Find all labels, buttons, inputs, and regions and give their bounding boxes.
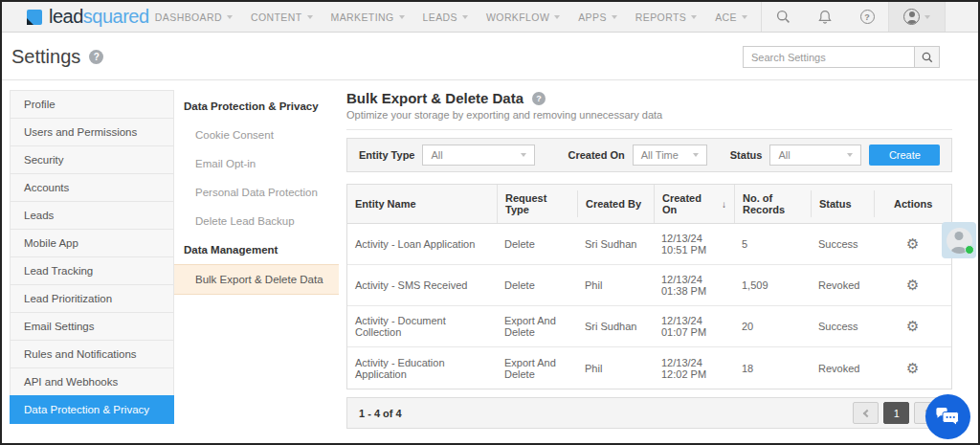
submenu-item-personal-data-protection[interactable]: Personal Data Protection: [174, 178, 339, 207]
submenu-item-email-opt-in[interactable]: Email Opt-in: [174, 149, 339, 178]
table-header-row: Entity Name Request Type Created By Crea…: [347, 185, 951, 224]
settings-help-icon[interactable]: ?: [89, 50, 103, 64]
cell-records: 5: [734, 231, 811, 257]
entity-type-select[interactable]: All: [422, 145, 535, 166]
account-icon: [903, 9, 920, 25]
nav-item-ace[interactable]: ACE: [715, 11, 747, 23]
help-button[interactable]: ?: [846, 2, 888, 32]
status-label: Status: [730, 149, 763, 161]
chevron-down-icon: [462, 15, 468, 19]
sidebar-item-lead-tracking[interactable]: Lead Tracking: [10, 256, 174, 285]
column-header-request-type[interactable]: Request Type: [497, 185, 577, 223]
previous-page-button[interactable]: [853, 402, 879, 424]
cell-entity-name: Activity - Loan Application: [347, 231, 497, 257]
nav-item-label: DASHBOARD: [155, 11, 222, 23]
chat-bubbles-icon: [936, 407, 960, 427]
content-area: Profile Users and Permissions Security A…: [2, 80, 978, 429]
column-header-status[interactable]: Status: [811, 190, 874, 217]
nav-item-label: WORKFLOW: [486, 11, 549, 23]
top-nav: leadsquared DASHBOARD CONTENT MARKETING …: [2, 2, 978, 33]
sidebar-item-mobile-app[interactable]: Mobile App: [10, 229, 174, 257]
nav-item-workflow[interactable]: WORKFLOW: [486, 11, 560, 23]
chevron-down-icon: [693, 153, 699, 157]
sidebar-item-rules-and-notifications[interactable]: Rules and Notifications: [10, 340, 174, 368]
cell-request-type: Delete: [497, 272, 577, 299]
cell-records: 20: [734, 313, 811, 340]
settings-search-input[interactable]: [743, 46, 915, 68]
cell-entity-name: Activity - Education Application: [347, 349, 497, 388]
cell-created-on: 12/13/24 01:38 PM: [654, 266, 734, 304]
support-avatar-tab[interactable]: [942, 222, 976, 258]
sidebar-item-security[interactable]: Security: [10, 145, 174, 174]
cell-created-by: Sri Sudhan: [577, 231, 654, 257]
table-row: Activity - Education Application Export …: [347, 347, 951, 389]
submenu-item-delete-lead-backup[interactable]: Delete Lead Backup: [174, 207, 339, 235]
nav-item-marketing[interactable]: MARKETING: [331, 11, 405, 23]
chevron-down-icon: [847, 153, 853, 157]
account-menu-button[interactable]: [889, 2, 945, 32]
nav-item-dashboard[interactable]: DASHBOARD: [155, 11, 233, 23]
column-header-created-on[interactable]: Created On ↓: [654, 185, 734, 223]
cell-created-on: 12/13/24 10:51 PM: [654, 225, 734, 263]
export-requests-table: Entity Name Request Type Created By Crea…: [346, 184, 952, 389]
column-header-created-by[interactable]: Created By: [577, 190, 654, 217]
bulk-export-help-icon[interactable]: ?: [532, 92, 546, 105]
table-row: Activity - Loan Application Delete Sri S…: [347, 224, 951, 265]
page-number-button[interactable]: 1: [883, 402, 909, 424]
nav-spacer: [946, 2, 978, 32]
chevron-down-icon: [612, 15, 617, 19]
cell-created-by: Phil: [577, 355, 654, 382]
status-select[interactable]: All: [769, 145, 861, 166]
entity-type-label: Entity Type: [359, 149, 414, 161]
column-header-entity-name[interactable]: Entity Name: [347, 190, 497, 217]
chevron-down-icon: [924, 15, 930, 19]
sidebar-item-leads[interactable]: Leads: [10, 201, 174, 230]
search-icon: [922, 52, 933, 63]
sidebar-item-users-and-permissions[interactable]: Users and Permissions: [10, 118, 174, 146]
sidebar-item-accounts[interactable]: Accounts: [10, 173, 174, 202]
status-value: All: [778, 149, 790, 161]
chevron-left-icon: [863, 409, 871, 416]
nav-item-content[interactable]: CONTENT: [251, 11, 313, 23]
row-actions-gear-icon[interactable]: ⚙: [906, 277, 919, 294]
column-header-records[interactable]: No. of Records: [734, 185, 811, 223]
cell-created-on: 12/13/24 12:02 PM: [654, 349, 734, 388]
bell-icon: [817, 10, 833, 25]
create-button[interactable]: Create: [869, 145, 940, 166]
created-on-value: All Time: [641, 149, 679, 161]
row-actions-gear-icon[interactable]: ⚙: [906, 235, 919, 253]
sidebar-item-lead-prioritization[interactable]: Lead Prioritization: [10, 284, 174, 313]
nav-item-label: ACE: [715, 11, 737, 23]
sidebar-item-api-and-webhooks[interactable]: API and Webhooks: [10, 367, 174, 396]
created-on-select[interactable]: All Time: [633, 145, 707, 166]
submenu-item-cookie-consent[interactable]: Cookie Consent: [174, 121, 339, 149]
pagination-summary: 1 - 4 of 4: [359, 408, 402, 419]
submenu-item-bulk-export-delete-data[interactable]: Bulk Export & Delete Data: [174, 264, 339, 295]
nav-item-leads[interactable]: LEADS: [423, 11, 468, 23]
nav-icon-group: ?: [761, 2, 978, 32]
chevron-down-icon: [307, 15, 313, 19]
logo-text-squared: squared: [83, 6, 149, 27]
row-actions-gear-icon[interactable]: ⚙: [906, 318, 919, 335]
settings-sidebar: Profile Users and Permissions Security A…: [10, 90, 174, 424]
nav-item-reports[interactable]: REPORTS: [635, 11, 697, 23]
main-title: Bulk Export & Delete Data: [346, 90, 523, 106]
page-header: Settings ?: [2, 33, 978, 80]
nav-item-apps[interactable]: APPS: [578, 11, 617, 23]
page-title: Settings: [11, 46, 80, 68]
notifications-button[interactable]: [804, 2, 846, 32]
cell-request-type: Export And Delete: [497, 307, 577, 345]
logo[interactable]: leadsquared: [27, 6, 149, 28]
submenu-header-data-protection: Data Protection & Privacy: [174, 92, 339, 121]
sidebar-item-profile[interactable]: Profile: [10, 90, 174, 119]
cell-request-type: Export And Delete: [497, 349, 577, 388]
main-subtitle: Optimize your storage by exporting and r…: [346, 109, 952, 130]
row-actions-gear-icon[interactable]: ⚙: [906, 360, 919, 377]
sidebar-item-email-settings[interactable]: Email Settings: [10, 312, 174, 341]
chat-widget-button[interactable]: [925, 394, 970, 439]
column-header-actions: Actions: [874, 190, 951, 217]
search-button[interactable]: [762, 2, 804, 32]
sidebar-item-data-protection-privacy[interactable]: Data Protection & Privacy: [10, 395, 174, 424]
settings-search-button[interactable]: [915, 46, 940, 68]
nav-item-label: APPS: [578, 11, 607, 23]
